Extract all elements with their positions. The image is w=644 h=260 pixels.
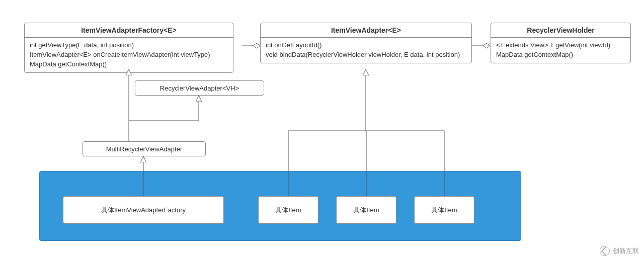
svg-marker-3 bbox=[483, 43, 490, 48]
class-adapter: ItemViewAdapter<E> int onGetLayoutId() v… bbox=[260, 23, 472, 63]
watermark-text: 创新互联 bbox=[613, 246, 639, 255]
class-multi-adapter-title: MultiRecyclerViewAdapter bbox=[106, 145, 183, 153]
svg-marker-1 bbox=[253, 43, 260, 48]
class-holder-methods: <T extends View> T getView(int viewId) M… bbox=[491, 38, 630, 63]
class-rv-adapter-title: RecyclerViewAdapter<VH> bbox=[160, 84, 239, 92]
class-multi-adapter: MultiRecyclerViewAdapter bbox=[83, 141, 206, 156]
watermark-logo-icon bbox=[600, 246, 610, 256]
class-item-2: 具体Item bbox=[336, 196, 396, 224]
class-item-3-title: 具体Item bbox=[431, 206, 457, 215]
class-adapter-title: ItemViewAdapter<E> bbox=[261, 23, 471, 37]
class-item-1-title: 具体Item bbox=[275, 206, 301, 215]
class-rv-adapter: RecyclerViewAdapter<VH> bbox=[135, 80, 264, 96]
class-item-3: 具体Item bbox=[414, 196, 474, 224]
class-factory-title: ItemViewAdapterFactory<E> bbox=[25, 23, 233, 37]
class-holder-title: RecyclerViewHolder bbox=[491, 23, 630, 37]
class-concrete-factory: 具体ItemViewAdapterFactory bbox=[63, 196, 224, 224]
class-concrete-factory-title: 具体ItemViewAdapterFactory bbox=[101, 206, 186, 215]
class-adapter-methods: int onGetLayoutId() void bindData(Recycl… bbox=[261, 38, 471, 63]
class-item-1: 具体Item bbox=[258, 196, 318, 224]
class-factory: ItemViewAdapterFactory<E> int getViewTyp… bbox=[24, 23, 233, 73]
watermark: 创新互联 bbox=[600, 246, 639, 256]
class-item-2-title: 具体Item bbox=[353, 206, 379, 215]
class-holder: RecyclerViewHolder <T extends View> T ge… bbox=[491, 23, 631, 63]
class-factory-methods: int getViewType(E data, int position) It… bbox=[25, 38, 233, 72]
